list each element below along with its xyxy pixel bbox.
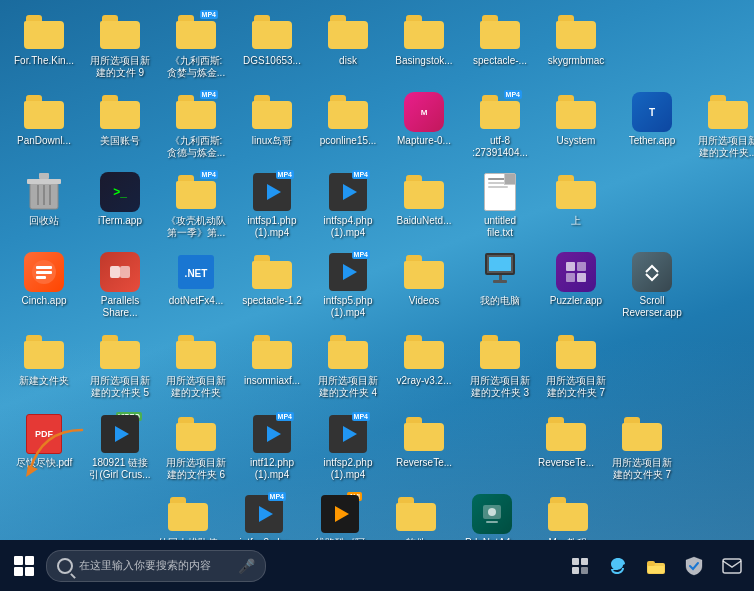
mp4-badge-3: MP4 — [504, 90, 522, 99]
mail-button[interactable] — [716, 550, 748, 582]
task-view-icon — [571, 557, 589, 575]
taskbar-right-icons — [564, 550, 748, 582]
icon-parallels-share[interactable]: ParallelsShare... — [84, 248, 156, 323]
svg-rect-10 — [110, 266, 120, 278]
icon-spectacle-top[interactable]: spectacle-... — [464, 8, 536, 83]
svg-rect-8 — [36, 271, 52, 274]
icon-new-folder-6[interactable]: 用所选项目新建的文件夹 6 — [160, 410, 232, 485]
svg-marker-21 — [26, 465, 38, 477]
icon-jiulixi2[interactable]: MP4 《九利西斯:贪德与炼金... — [160, 88, 232, 163]
icon-usystem[interactable]: Usystem — [540, 88, 612, 163]
svg-rect-17 — [577, 273, 586, 282]
mp4-badge-8: MP4 — [276, 412, 294, 421]
recycle-bin-svg — [27, 173, 61, 211]
arrow-indicator — [22, 425, 102, 485]
svg-rect-11 — [120, 266, 130, 278]
svg-point-19 — [488, 508, 496, 516]
icon-basingstok[interactable]: Basingstok... — [388, 8, 460, 83]
icon-pdaneta4[interactable]: PdaNetA4... — [456, 490, 528, 540]
icon-cinch-app[interactable]: Cinch.app — [8, 248, 80, 323]
icon-new-folder-4[interactable]: 用所选项目新建的文件夹 4 — [312, 328, 384, 403]
explorer-icon — [646, 557, 666, 575]
svg-rect-14 — [566, 262, 575, 271]
icon-mac-tutorial[interactable]: Mac教程 — [532, 490, 604, 540]
icon-linux-dao[interactable]: linux岛哥 — [236, 88, 308, 163]
svg-rect-15 — [577, 262, 586, 271]
icon-v2ray[interactable]: v2ray-v3.2... — [388, 328, 460, 403]
icon-videos[interactable]: Videos — [388, 248, 460, 323]
icon-new-folder-tr[interactable]: 用所选项目新建的文件夹... — [692, 88, 754, 163]
svg-rect-9 — [36, 276, 46, 279]
icon-utf8[interactable]: MP4 utf-8:27391404... — [464, 88, 536, 163]
icon-for-the-kin[interactable]: For.The.Kin... — [8, 8, 80, 83]
desktop: For.The.Kin... 用所选项目新建的文件 9 MP4 《九利西斯:贪婪… — [0, 0, 754, 540]
edge-icon — [608, 556, 628, 576]
mp4-badge: MP4 — [200, 10, 218, 19]
mp4-badge-9: MP4 — [352, 412, 370, 421]
search-icon — [57, 558, 73, 574]
icon-iterm[interactable]: >_ iTerm.app — [84, 168, 156, 243]
icon-new-folder-7b[interactable]: 用所选项目新建的文件夹 7 — [606, 410, 678, 485]
icon-intfsp5[interactable]: MP4 intfsp5.php(1).mp4 — [312, 248, 384, 323]
search-bar[interactable]: 在这里输入你要搜索的内容 🎤 — [46, 550, 266, 582]
icon-untitled-txt[interactable]: untitledfile.txt — [464, 168, 536, 243]
icon-software[interactable]: 软件 — [380, 490, 452, 540]
icon-tether[interactable]: T Tether.app — [616, 88, 688, 163]
icon-gongke[interactable]: MP4 《攻壳机动队第一季》第... — [160, 168, 232, 243]
icon-intfsp2[interactable]: MP4 intfsp2.php(1).mp4 — [312, 410, 384, 485]
icon-intfsp4[interactable]: MP4 intfsp4.php(1).mp4 — [312, 168, 384, 243]
icon-spectacle-12[interactable]: spectacle-1.2 — [236, 248, 308, 323]
svg-rect-24 — [572, 567, 579, 574]
icon-new-folder-9[interactable]: 用所选项目新建的文件 9 — [84, 8, 156, 83]
icon-pandwnl[interactable]: PanDownl... — [8, 88, 80, 163]
icon-waiguoren[interactable]: 外国人排队使用的软件！... — [152, 490, 224, 540]
security-button[interactable] — [678, 550, 710, 582]
icon-intf12[interactable]: MP4 intf12.php(1).mp4 — [236, 410, 308, 485]
svg-rect-25 — [581, 567, 588, 574]
icon-skygrmbmac[interactable]: skygrmbmac — [540, 8, 612, 83]
icon-insomniaxf[interactable]: insomniaxf... — [236, 328, 308, 403]
icon-baiduneTd[interactable]: BaiduNetd... — [388, 168, 460, 243]
icon-intfsp1[interactable]: MP4 intfsp1.php(1).mp4 — [236, 168, 308, 243]
icon-new-folder-5[interactable]: 用所选项目新建的文件夹 5 — [84, 328, 156, 403]
icon-new-folder-7[interactable]: 用所选项目新建的文件夹 7 — [540, 328, 612, 403]
icon-meiguozhanghao[interactable]: 美国账号 — [84, 88, 156, 163]
icon-right-side[interactable]: 上 — [540, 168, 612, 243]
icon-recycle[interactable]: 回收站 — [8, 168, 80, 243]
icon-pconline[interactable]: pconline15... — [312, 88, 384, 163]
svg-rect-28 — [648, 566, 664, 573]
icon-disk[interactable]: disk — [312, 8, 384, 83]
search-placeholder: 在这里输入你要搜索的内容 — [79, 558, 211, 573]
icon-new-folder-3[interactable]: 用所选项目新建的文件夹 3 — [464, 328, 536, 403]
mp4-badge-6: MP4 — [352, 170, 370, 179]
shield-icon — [685, 556, 703, 576]
mp4-badge-10: MP4 — [268, 492, 286, 501]
icon-new-folder-empty[interactable]: 新建文件夹 — [8, 328, 80, 403]
mp4-badge-4: MP4 — [200, 170, 218, 179]
icon-scroll-reverser[interactable]: ScrollReverser.app — [616, 248, 688, 323]
svg-rect-23 — [581, 558, 588, 565]
edge-button[interactable] — [602, 550, 634, 582]
explorer-button[interactable] — [640, 550, 672, 582]
svg-rect-1 — [27, 179, 61, 184]
icon-new-folder-base[interactable]: 用所选项目新建的文件夹 — [160, 328, 232, 403]
mp4-badge-5: MP4 — [276, 170, 294, 179]
dotnetfx-svg: .NET — [176, 253, 216, 291]
icon-dgs[interactable]: DGS10653... — [236, 8, 308, 83]
icon-luyou[interactable]: AVI 线路酷《阿习》越越... — [304, 490, 376, 540]
icon-intfsp3[interactable]: MP4 intfsp3.php(1).mp4 — [228, 490, 300, 540]
cinch-app-icon — [24, 252, 64, 292]
icon-reversete-2[interactable]: ReverseTe... — [530, 410, 602, 485]
microphone-icon[interactable]: 🎤 — [238, 558, 255, 574]
start-button[interactable] — [6, 548, 42, 584]
svg-rect-7 — [36, 266, 52, 269]
icon-my-computer[interactable]: 我的电脑 — [464, 248, 536, 323]
icon-jiulixi[interactable]: MP4 《九利西斯:贪婪与炼金... — [160, 8, 232, 83]
icon-reversete-1[interactable]: ReverseTe... — [388, 410, 460, 485]
svg-rect-2 — [39, 173, 49, 179]
icon-puzzler-app[interactable]: Puzzler.app — [540, 248, 612, 323]
icon-dotnetfx4[interactable]: .NET dotNetFx4... — [160, 248, 232, 323]
svg-rect-27 — [647, 561, 655, 566]
icon-mapture[interactable]: M Mapture-0... — [388, 88, 460, 163]
task-view-button[interactable] — [564, 550, 596, 582]
